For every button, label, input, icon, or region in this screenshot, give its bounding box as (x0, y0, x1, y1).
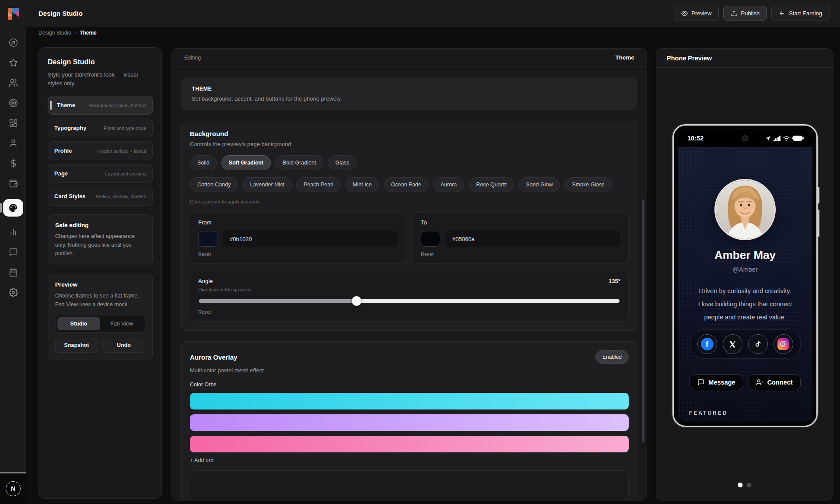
preview-button[interactable]: Preview (674, 6, 719, 21)
nav-label: Page (54, 170, 68, 177)
nav-label: Profile (54, 147, 72, 154)
breadcrumb-root[interactable]: Design Studio (38, 30, 71, 36)
nav-desc: Radius, shadow, borders (95, 194, 146, 199)
safe-editing-title: Safe editing (55, 222, 145, 228)
add-orb-button[interactable]: + Add orb (190, 457, 629, 463)
instagram-icon[interactable] (774, 334, 793, 354)
settings-icon[interactable] (9, 288, 18, 297)
phone-mockup: 10:52 (672, 124, 818, 427)
message-button[interactable]: Message (690, 374, 743, 390)
aurora-enabled-badge[interactable]: Enabled (595, 350, 629, 364)
featured-label: FEATURED (689, 410, 728, 416)
camera-punch-hole (742, 135, 748, 141)
mode-chip-glass[interactable]: Glass (328, 155, 357, 170)
target-icon[interactable] (9, 98, 18, 108)
angle-card: Angle 135° Direction of the gradient Res… (190, 271, 629, 322)
theme-summary-title: THEME (192, 86, 627, 92)
snapshot-button[interactable]: Snapshot (55, 338, 98, 353)
to-hex-input[interactable] (445, 231, 620, 247)
star-icon[interactable] (9, 58, 18, 67)
preset-chip-lavender-mist[interactable]: Lavender Mist (242, 177, 292, 192)
arrow-left-icon (779, 10, 785, 17)
page-dot[interactable] (747, 483, 752, 487)
tiktok-icon[interactable] (748, 334, 768, 354)
aurora-title: Aurora Overlay (190, 354, 237, 361)
nav-item-card-styles[interactable]: Card Styles Radius, shadow, borders (48, 187, 153, 206)
nav-item-theme[interactable]: Theme Background, colors, buttons (48, 96, 153, 115)
color-orb-2[interactable] (190, 414, 629, 431)
undo-button[interactable]: Undo (102, 338, 145, 353)
phone-preview-title: Phone Preview (656, 49, 833, 68)
profile-actions: Message Connect (690, 374, 800, 390)
from-reset-link[interactable]: Reset (198, 252, 211, 257)
connect-button[interactable]: Connect (749, 374, 801, 390)
preset-chip-rose-quartz[interactable]: Rose Quartz (469, 177, 514, 192)
page-dot-active[interactable] (738, 483, 743, 487)
user-icon[interactable] (9, 139, 18, 148)
aurora-desc: Multi-color pastel mesh effect (190, 367, 629, 374)
phone-power-button (818, 210, 819, 237)
phone-statusbar: 10:52 (678, 130, 812, 147)
facebook-icon[interactable]: f (697, 334, 717, 354)
signal-icon (774, 136, 781, 141)
x-icon[interactable] (723, 334, 742, 354)
color-orb-1[interactable] (190, 393, 629, 410)
profile-avatar (716, 180, 774, 239)
angle-slider[interactable] (199, 299, 620, 303)
nav-desc: Header surface + layout (97, 148, 146, 154)
next-section-card (190, 470, 629, 500)
bar-chart-icon[interactable] (9, 228, 18, 237)
nav-label: Theme (54, 102, 75, 108)
angle-slider-thumb[interactable] (352, 296, 361, 306)
to-swatch[interactable] (421, 231, 440, 247)
color-orb-3[interactable] (190, 436, 629, 452)
message-button-label: Message (708, 379, 735, 386)
mode-chip-bold-gradient[interactable]: Bold Gradient (275, 155, 323, 170)
dollar-icon[interactable] (9, 159, 18, 168)
nav-item-profile[interactable]: Profile Header surface + layout (48, 141, 153, 160)
to-reset-link[interactable]: Reset (421, 252, 434, 257)
to-color-card: To Reset (413, 212, 629, 264)
social-links-pill: f (690, 329, 801, 359)
nav-item-typography[interactable]: Typography Fonts and type scale (48, 119, 153, 137)
preview-card-body: Choose frames to see a flat frame. Fan V… (55, 292, 145, 309)
nav-label: Typography (54, 125, 86, 131)
editor-panel: Editing Theme THEME Set background, acce… (172, 48, 647, 500)
angle-reset-link[interactable]: Reset (198, 309, 211, 315)
safe-editing-body: Changes here affect appearance only. Not… (55, 232, 145, 258)
toggle-studio[interactable]: Studio (57, 317, 100, 330)
editor-header-section: Theme (615, 54, 634, 61)
bio-line: Driven by curiosity and creativity. (698, 284, 792, 298)
calendar-icon[interactable] (9, 268, 18, 277)
phone-screen: 10:52 (678, 130, 812, 422)
preset-chip-cotton-candy[interactable]: Cotton Candy (190, 177, 238, 192)
preset-chip-sand-glow[interactable]: Sand Glow (518, 177, 560, 192)
preset-chip-mint-ice[interactable]: Mint Ice (345, 177, 379, 192)
mode-chip-solid[interactable]: Solid (190, 155, 217, 170)
compass-icon[interactable] (9, 38, 18, 47)
from-swatch[interactable] (198, 231, 217, 247)
user-avatar[interactable]: N (6, 481, 21, 496)
preset-chip-peach-pearl[interactable]: Peach Pearl (296, 177, 341, 192)
users-icon[interactable] (9, 78, 18, 88)
app-logo-icon (6, 6, 21, 21)
angle-slider-fill (199, 299, 357, 303)
blocks-icon[interactable] (9, 119, 18, 128)
editor-scrollbar-thumb[interactable] (642, 200, 644, 442)
message-icon[interactable] (9, 248, 18, 257)
nav-item-page[interactable]: Page Layout and sections (48, 164, 153, 183)
bio-line: people and create real value. (698, 311, 792, 324)
from-hex-input[interactable] (223, 231, 398, 247)
publish-button[interactable]: Publish (723, 6, 767, 21)
breadcrumb-separator: / (75, 30, 76, 36)
preset-chip-aurora[interactable]: Aurora (433, 177, 465, 192)
preset-chip-ocean-fade[interactable]: Ocean Fade (384, 177, 429, 192)
wallet-icon[interactable] (9, 179, 18, 188)
toggle-fan-view[interactable]: Fan View (100, 317, 143, 330)
preset-chip-smoke-glass[interactable]: Smoke Glass (564, 177, 612, 192)
start-earning-button[interactable]: Start Earning (771, 6, 830, 21)
preset-hint: Click a preset to apply instantly (190, 199, 629, 204)
profile-bio: Driven by curiosity and creativity. I lo… (698, 284, 792, 324)
palette-icon[interactable] (3, 199, 23, 217)
mode-chip-soft-gradient[interactable]: Soft Gradient (221, 155, 271, 170)
